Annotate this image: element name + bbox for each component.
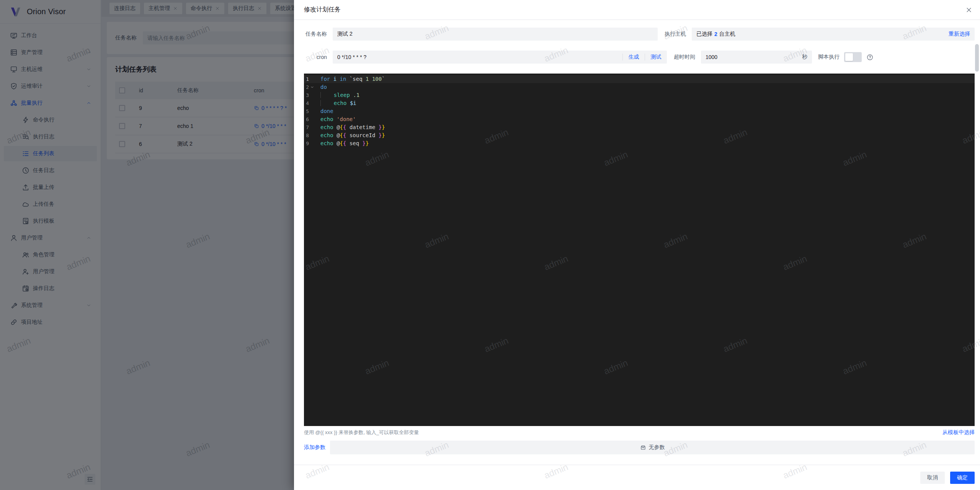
- code-text: for i in `seq 1 100`: [315, 75, 385, 83]
- line-number: 4: [304, 99, 309, 107]
- reselect-hosts-link[interactable]: 重新选择: [949, 31, 970, 38]
- line-number: 1: [304, 75, 309, 83]
- code-text: echo @{{ seq }}: [315, 139, 369, 147]
- line-number: 5: [304, 107, 309, 115]
- code-line: 8echo @{{ sourceId }}: [304, 131, 975, 139]
- selected-hosts-box[interactable]: 已选择 2 台主机 重新选择: [692, 28, 975, 41]
- code-text: echo 'done': [315, 115, 356, 123]
- cron-input-group: 0 */10 * * * ? 生成 测试: [333, 51, 667, 64]
- task-name-label: 任务名称: [304, 31, 327, 38]
- timeout-unit: 秒: [802, 54, 812, 61]
- edit-task-drawer: 修改计划任务 任务名称 执行主机 已选择 2 台主机 重新选择 cron 0 *…: [294, 0, 980, 490]
- code-text: echo $i: [315, 99, 356, 107]
- exec-host-label: 执行主机: [663, 31, 686, 38]
- line-number: 9: [304, 139, 309, 147]
- fold-gutter: [309, 107, 315, 115]
- close-icon[interactable]: [965, 7, 972, 13]
- toggle-knob: [845, 53, 853, 61]
- cancel-button[interactable]: 取消: [920, 472, 945, 484]
- code-text: echo @{{ sourceId }}: [315, 131, 385, 139]
- drawer-body: 任务名称 执行主机 已选择 2 台主机 重新选择 cron 0 */10 * *…: [294, 20, 980, 454]
- select-from-template-link[interactable]: 从模板中选择: [942, 429, 975, 436]
- code-text: echo @{{ datetime }}: [315, 123, 385, 131]
- host-selected-suffix: 台主机: [719, 31, 735, 38]
- host-selected-prefix: 已选择: [696, 31, 712, 38]
- code-line: 9echo @{{ seq }}: [304, 139, 975, 147]
- line-number: 8: [304, 131, 309, 139]
- param-hint-text: 使用 @{{ xxx }} 来替换参数, 输入_可以获取全部变量: [304, 429, 419, 436]
- script-exec-toggle[interactable]: [844, 52, 862, 62]
- code-line: 6echo 'done': [304, 115, 975, 123]
- cron-expression-input[interactable]: 0 */10 * * * ?: [333, 54, 622, 60]
- fold-gutter: [309, 139, 315, 147]
- timeout-input[interactable]: [701, 54, 802, 60]
- code-text: done: [315, 107, 333, 115]
- line-number: 2: [304, 83, 309, 91]
- fold-gutter: [309, 123, 315, 131]
- timeout-label: 超时时间: [672, 54, 695, 61]
- fold-gutter: [309, 75, 315, 83]
- task-name-input[interactable]: [333, 28, 658, 41]
- code-line: 3 sleep .1: [304, 91, 975, 99]
- no-param-empty-state: 无参数: [330, 441, 975, 454]
- fold-gutter: [309, 131, 315, 139]
- confirm-button[interactable]: 确定: [950, 472, 975, 484]
- code-line: 5done: [304, 107, 975, 115]
- code-line: 7echo @{{ datetime }}: [304, 123, 975, 131]
- fold-gutter: [309, 99, 315, 107]
- form-row-cron-timeout: cron 0 */10 * * * ? 生成 测试 超时时间 秒 脚本执行: [304, 51, 975, 64]
- code-text: do: [315, 83, 327, 91]
- script-code-editor[interactable]: 1for i in `seq 1 100`2do3 sleep .14 echo…: [304, 74, 975, 426]
- drawer-scrollbar-thumb[interactable]: [975, 44, 979, 72]
- editor-hint-row: 使用 @{{ xxx }} 来替换参数, 输入_可以获取全部变量 从模板中选择: [304, 429, 975, 436]
- code-line: 2do: [304, 83, 975, 91]
- form-row-name-host: 任务名称 执行主机 已选择 2 台主机 重新选择: [304, 28, 975, 41]
- cron-test-button[interactable]: 测试: [645, 54, 667, 61]
- code-line: 1for i in `seq 1 100`: [304, 75, 975, 83]
- help-icon[interactable]: [866, 54, 874, 61]
- fold-gutter: [309, 115, 315, 123]
- script-exec-label: 脚本执行: [818, 54, 840, 61]
- param-row: 添加参数 无参数: [304, 441, 975, 454]
- code-line: 4 echo $i: [304, 99, 975, 107]
- cron-generate-button[interactable]: 生成: [623, 54, 645, 61]
- drawer-header: 修改计划任务: [294, 0, 980, 20]
- timeout-input-box: 秒: [701, 51, 812, 64]
- line-number: 7: [304, 123, 309, 131]
- line-number: 6: [304, 115, 309, 123]
- drawer-footer: 取消 确定: [294, 465, 980, 490]
- drawer-title: 修改计划任务: [304, 6, 341, 14]
- empty-box-icon: [640, 444, 646, 451]
- page: Orion Visor 工作台资产管理主机运维运维审计批量执行命令执行执行日志任…: [0, 0, 980, 490]
- no-param-text: 无参数: [649, 444, 665, 451]
- add-param-button[interactable]: 添加参数: [304, 444, 325, 451]
- fold-gutter: [309, 91, 315, 99]
- fold-chevron-icon[interactable]: [309, 83, 315, 91]
- host-selected-count: 2: [714, 31, 717, 37]
- cron-label: cron: [304, 54, 327, 60]
- line-number: 3: [304, 91, 309, 99]
- code-text: sleep .1: [315, 91, 359, 99]
